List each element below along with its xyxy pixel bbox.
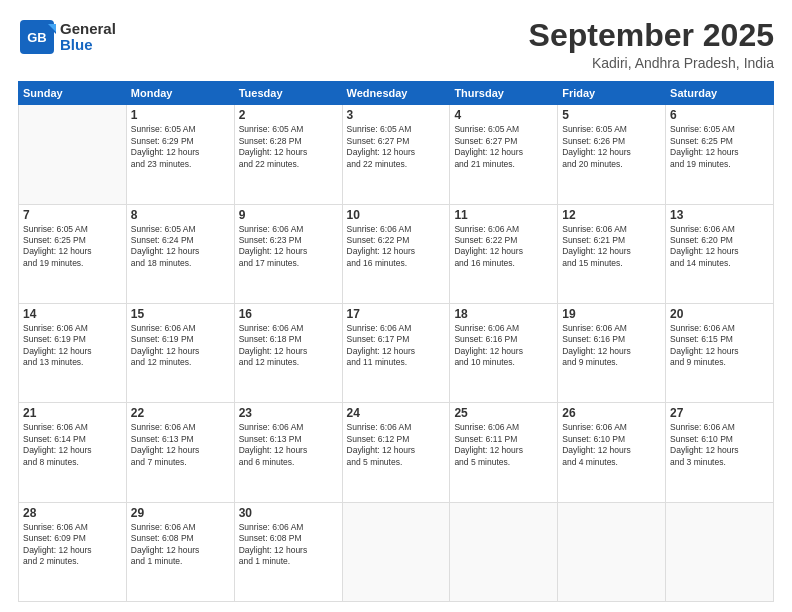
table-row (666, 502, 774, 601)
table-row: 2Sunrise: 6:05 AM Sunset: 6:28 PM Daylig… (234, 105, 342, 204)
day-info: Sunrise: 6:06 AM Sunset: 6:21 PM Dayligh… (562, 224, 661, 270)
day-info: Sunrise: 6:05 AM Sunset: 6:28 PM Dayligh… (239, 124, 338, 170)
day-number: 4 (454, 108, 553, 122)
day-info: Sunrise: 6:05 AM Sunset: 6:27 PM Dayligh… (347, 124, 446, 170)
calendar-row: 1Sunrise: 6:05 AM Sunset: 6:29 PM Daylig… (19, 105, 774, 204)
day-info: Sunrise: 6:06 AM Sunset: 6:08 PM Dayligh… (239, 522, 338, 568)
day-info: Sunrise: 6:06 AM Sunset: 6:14 PM Dayligh… (23, 422, 122, 468)
day-number: 10 (347, 208, 446, 222)
table-row: 20Sunrise: 6:06 AM Sunset: 6:15 PM Dayli… (666, 303, 774, 402)
table-row: 28Sunrise: 6:06 AM Sunset: 6:09 PM Dayli… (19, 502, 127, 601)
col-sunday: Sunday (19, 82, 127, 105)
day-info: Sunrise: 6:06 AM Sunset: 6:20 PM Dayligh… (670, 224, 769, 270)
table-row: 14Sunrise: 6:06 AM Sunset: 6:19 PM Dayli… (19, 303, 127, 402)
day-info: Sunrise: 6:06 AM Sunset: 6:16 PM Dayligh… (562, 323, 661, 369)
day-number: 19 (562, 307, 661, 321)
table-row: 30Sunrise: 6:06 AM Sunset: 6:08 PM Dayli… (234, 502, 342, 601)
table-row: 19Sunrise: 6:06 AM Sunset: 6:16 PM Dayli… (558, 303, 666, 402)
day-info: Sunrise: 6:06 AM Sunset: 6:13 PM Dayligh… (239, 422, 338, 468)
table-row: 16Sunrise: 6:06 AM Sunset: 6:18 PM Dayli… (234, 303, 342, 402)
day-number: 12 (562, 208, 661, 222)
col-saturday: Saturday (666, 82, 774, 105)
table-row: 23Sunrise: 6:06 AM Sunset: 6:13 PM Dayli… (234, 403, 342, 502)
day-info: Sunrise: 6:06 AM Sunset: 6:16 PM Dayligh… (454, 323, 553, 369)
logo: GB General Blue (18, 18, 116, 56)
day-info: Sunrise: 6:06 AM Sunset: 6:13 PM Dayligh… (131, 422, 230, 468)
col-friday: Friday (558, 82, 666, 105)
day-number: 7 (23, 208, 122, 222)
day-info: Sunrise: 6:05 AM Sunset: 6:27 PM Dayligh… (454, 124, 553, 170)
day-number: 18 (454, 307, 553, 321)
day-number: 25 (454, 406, 553, 420)
day-number: 6 (670, 108, 769, 122)
day-info: Sunrise: 6:05 AM Sunset: 6:29 PM Dayligh… (131, 124, 230, 170)
day-number: 23 (239, 406, 338, 420)
table-row (342, 502, 450, 601)
location: Kadiri, Andhra Pradesh, India (529, 55, 774, 71)
calendar-row: 21Sunrise: 6:06 AM Sunset: 6:14 PM Dayli… (19, 403, 774, 502)
col-thursday: Thursday (450, 82, 558, 105)
day-number: 15 (131, 307, 230, 321)
day-number: 27 (670, 406, 769, 420)
day-info: Sunrise: 6:06 AM Sunset: 6:10 PM Dayligh… (670, 422, 769, 468)
day-number: 20 (670, 307, 769, 321)
logo-general: General (60, 20, 116, 37)
day-info: Sunrise: 6:06 AM Sunset: 6:17 PM Dayligh… (347, 323, 446, 369)
day-number: 30 (239, 506, 338, 520)
page: GB General Blue September 2025 Kadiri, A… (0, 0, 792, 612)
table-row: 15Sunrise: 6:06 AM Sunset: 6:19 PM Dayli… (126, 303, 234, 402)
table-row: 22Sunrise: 6:06 AM Sunset: 6:13 PM Dayli… (126, 403, 234, 502)
logo-blue: Blue (60, 36, 93, 53)
day-number: 24 (347, 406, 446, 420)
day-info: Sunrise: 6:06 AM Sunset: 6:19 PM Dayligh… (23, 323, 122, 369)
day-number: 17 (347, 307, 446, 321)
day-number: 13 (670, 208, 769, 222)
table-row: 29Sunrise: 6:06 AM Sunset: 6:08 PM Dayli… (126, 502, 234, 601)
table-row: 9Sunrise: 6:06 AM Sunset: 6:23 PM Daylig… (234, 204, 342, 303)
table-row (19, 105, 127, 204)
table-row: 26Sunrise: 6:06 AM Sunset: 6:10 PM Dayli… (558, 403, 666, 502)
day-info: Sunrise: 6:06 AM Sunset: 6:12 PM Dayligh… (347, 422, 446, 468)
table-row: 4Sunrise: 6:05 AM Sunset: 6:27 PM Daylig… (450, 105, 558, 204)
calendar-table: Sunday Monday Tuesday Wednesday Thursday… (18, 81, 774, 602)
calendar-row: 28Sunrise: 6:06 AM Sunset: 6:09 PM Dayli… (19, 502, 774, 601)
day-number: 22 (131, 406, 230, 420)
day-info: Sunrise: 6:06 AM Sunset: 6:22 PM Dayligh… (454, 224, 553, 270)
day-info: Sunrise: 6:06 AM Sunset: 6:15 PM Dayligh… (670, 323, 769, 369)
day-number: 26 (562, 406, 661, 420)
day-number: 2 (239, 108, 338, 122)
day-number: 28 (23, 506, 122, 520)
table-row: 8Sunrise: 6:05 AM Sunset: 6:24 PM Daylig… (126, 204, 234, 303)
col-monday: Monday (126, 82, 234, 105)
table-row: 18Sunrise: 6:06 AM Sunset: 6:16 PM Dayli… (450, 303, 558, 402)
table-row: 25Sunrise: 6:06 AM Sunset: 6:11 PM Dayli… (450, 403, 558, 502)
day-info: Sunrise: 6:05 AM Sunset: 6:25 PM Dayligh… (670, 124, 769, 170)
day-info: Sunrise: 6:06 AM Sunset: 6:22 PM Dayligh… (347, 224, 446, 270)
table-row: 5Sunrise: 6:05 AM Sunset: 6:26 PM Daylig… (558, 105, 666, 204)
col-tuesday: Tuesday (234, 82, 342, 105)
table-row: 1Sunrise: 6:05 AM Sunset: 6:29 PM Daylig… (126, 105, 234, 204)
calendar-header-row: Sunday Monday Tuesday Wednesday Thursday… (19, 82, 774, 105)
header: GB General Blue September 2025 Kadiri, A… (18, 18, 774, 71)
table-row: 11Sunrise: 6:06 AM Sunset: 6:22 PM Dayli… (450, 204, 558, 303)
day-number: 1 (131, 108, 230, 122)
day-info: Sunrise: 6:06 AM Sunset: 6:10 PM Dayligh… (562, 422, 661, 468)
day-info: Sunrise: 6:06 AM Sunset: 6:23 PM Dayligh… (239, 224, 338, 270)
table-row: 6Sunrise: 6:05 AM Sunset: 6:25 PM Daylig… (666, 105, 774, 204)
table-row: 24Sunrise: 6:06 AM Sunset: 6:12 PM Dayli… (342, 403, 450, 502)
table-row: 3Sunrise: 6:05 AM Sunset: 6:27 PM Daylig… (342, 105, 450, 204)
day-info: Sunrise: 6:05 AM Sunset: 6:24 PM Dayligh… (131, 224, 230, 270)
day-info: Sunrise: 6:05 AM Sunset: 6:25 PM Dayligh… (23, 224, 122, 270)
day-number: 16 (239, 307, 338, 321)
day-number: 9 (239, 208, 338, 222)
day-number: 8 (131, 208, 230, 222)
logo-icon: GB (18, 18, 56, 56)
table-row: 17Sunrise: 6:06 AM Sunset: 6:17 PM Dayli… (342, 303, 450, 402)
table-row: 7Sunrise: 6:05 AM Sunset: 6:25 PM Daylig… (19, 204, 127, 303)
day-info: Sunrise: 6:06 AM Sunset: 6:18 PM Dayligh… (239, 323, 338, 369)
table-row: 27Sunrise: 6:06 AM Sunset: 6:10 PM Dayli… (666, 403, 774, 502)
day-info: Sunrise: 6:05 AM Sunset: 6:26 PM Dayligh… (562, 124, 661, 170)
day-info: Sunrise: 6:06 AM Sunset: 6:09 PM Dayligh… (23, 522, 122, 568)
table-row (450, 502, 558, 601)
day-number: 29 (131, 506, 230, 520)
